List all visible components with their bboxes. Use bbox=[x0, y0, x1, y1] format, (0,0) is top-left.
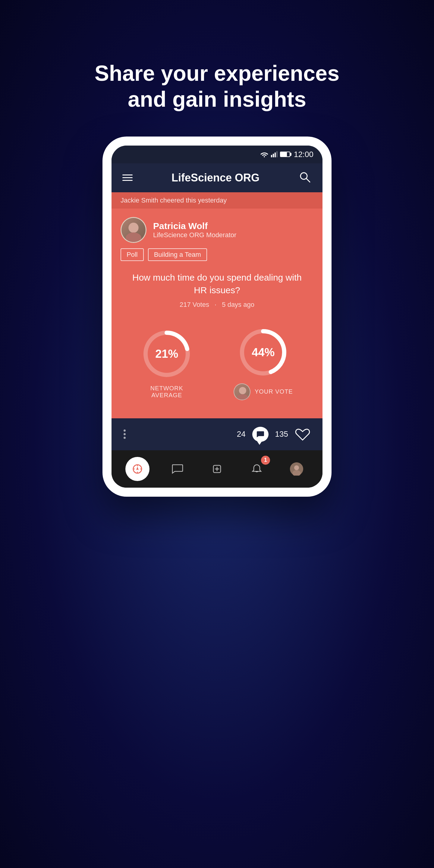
post-actions: 24 135 bbox=[112, 418, 322, 450]
top-nav: LifeScience ORG bbox=[112, 163, 322, 192]
tag-poll[interactable]: Poll bbox=[121, 248, 144, 261]
vote-label: YOUR VOTE bbox=[255, 388, 293, 395]
svg-rect-3 bbox=[275, 153, 276, 157]
hamburger-icon[interactable] bbox=[122, 175, 133, 181]
network-value: 21% bbox=[155, 347, 178, 360]
status-bar: 12:00 bbox=[112, 146, 322, 163]
svg-point-14 bbox=[239, 387, 246, 394]
hero-line2: and gain insights bbox=[95, 86, 339, 112]
vote-count: 217 Votes bbox=[180, 301, 209, 308]
vote-value: 44% bbox=[252, 346, 275, 359]
nav-item-add[interactable] bbox=[205, 457, 229, 481]
profile-icon-bg bbox=[284, 457, 309, 481]
nav-item-bell[interactable]: 1 bbox=[245, 457, 269, 481]
svg-line-6 bbox=[306, 179, 310, 182]
post-card: Jackie Smith cheered this yesterday Patr… bbox=[112, 192, 322, 418]
time-display: 12:00 bbox=[294, 150, 313, 159]
svg-point-26 bbox=[294, 465, 299, 470]
network-average-chart: 21% NETWORKAVERAGE bbox=[141, 328, 192, 399]
tag-building-team[interactable]: Building a Team bbox=[148, 248, 207, 261]
nav-item-chat[interactable] bbox=[165, 457, 189, 481]
like-count: 135 bbox=[275, 430, 288, 439]
wifi-icon bbox=[260, 151, 269, 157]
your-vote-row: YOUR VOTE bbox=[234, 383, 293, 400]
bell-badge: 1 bbox=[261, 456, 270, 465]
tags-row: Poll Building a Team bbox=[112, 248, 322, 268]
time-ago: 5 days ago bbox=[222, 301, 254, 308]
comment-count: 24 bbox=[237, 430, 246, 439]
svg-rect-1 bbox=[271, 155, 272, 157]
phone-frame: 12:00 LifeScience ORG Jackie Smith cheer… bbox=[102, 136, 332, 497]
compass-icon-bg bbox=[125, 457, 150, 481]
more-options-button[interactable] bbox=[124, 430, 126, 439]
post-header: Patricia Wolf LifeScience ORG Moderator bbox=[112, 209, 322, 248]
svg-marker-21 bbox=[136, 467, 138, 470]
network-donut: 21% bbox=[141, 328, 192, 379]
your-vote-chart: 44% YOUR VOTE bbox=[234, 327, 293, 400]
network-label: NETWORKAVERAGE bbox=[150, 385, 183, 399]
status-icons bbox=[260, 151, 290, 157]
phone-screen: 12:00 LifeScience ORG Jackie Smith cheer… bbox=[112, 146, 322, 488]
avatar bbox=[121, 217, 147, 243]
search-button[interactable] bbox=[299, 170, 312, 185]
svg-point-0 bbox=[264, 156, 265, 157]
poster-role: LifeScience ORG Moderator bbox=[153, 231, 236, 239]
bottom-nav: 1 bbox=[112, 450, 322, 488]
nav-item-compass[interactable] bbox=[125, 457, 150, 481]
poll-meta: 217 Votes · 5 days ago bbox=[112, 301, 322, 321]
cheer-bar: Jackie Smith cheered this yesterday bbox=[112, 192, 322, 209]
battery-icon bbox=[280, 152, 290, 157]
svg-point-8 bbox=[126, 232, 141, 243]
nav-item-profile[interactable] bbox=[284, 457, 309, 481]
svg-point-7 bbox=[128, 223, 138, 233]
signal-icon bbox=[271, 151, 278, 157]
hero-text: Share your experiences and gain insights bbox=[95, 60, 339, 113]
svg-point-15 bbox=[237, 394, 249, 400]
vote-avatar bbox=[234, 383, 250, 400]
chat-icon-bg bbox=[165, 457, 189, 481]
charts-row: 21% NETWORKAVERAGE 44% bbox=[112, 321, 322, 406]
add-icon-bg bbox=[205, 457, 229, 481]
card-spacer bbox=[112, 406, 322, 418]
poll-question: How much time do you spend dealing with … bbox=[112, 268, 322, 301]
app-title: LifeScience ORG bbox=[172, 172, 259, 184]
vote-donut: 44% bbox=[238, 327, 289, 378]
poster-info: Patricia Wolf LifeScience ORG Moderator bbox=[153, 221, 236, 239]
hero-line1: Share your experiences bbox=[95, 60, 339, 86]
like-button[interactable] bbox=[295, 427, 310, 441]
action-right: 24 135 bbox=[237, 427, 310, 442]
comment-button[interactable] bbox=[252, 427, 269, 442]
poster-name: Patricia Wolf bbox=[153, 221, 236, 231]
svg-rect-2 bbox=[273, 154, 274, 157]
svg-rect-4 bbox=[276, 151, 278, 157]
